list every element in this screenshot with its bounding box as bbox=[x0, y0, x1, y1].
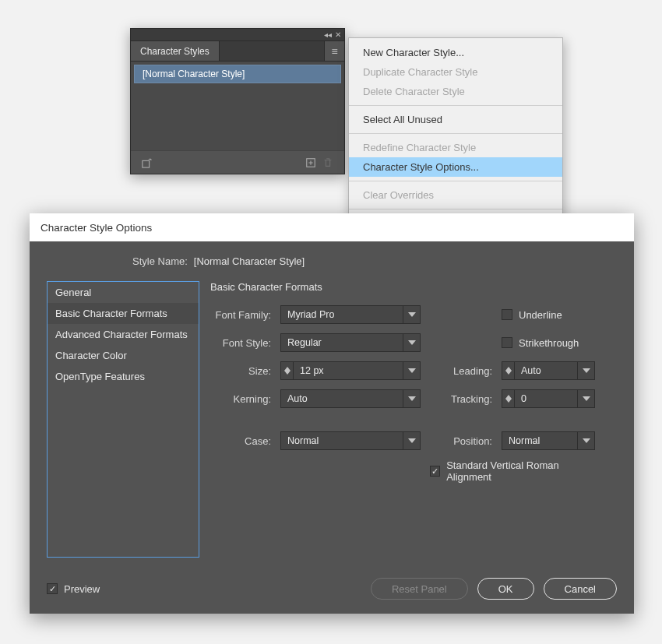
menu-separator bbox=[349, 105, 562, 106]
kerning-select[interactable]: Auto bbox=[280, 389, 421, 408]
close-icon[interactable]: ✕ bbox=[335, 30, 341, 39]
style-name-value: [Normal Character Style] bbox=[194, 255, 305, 267]
category-basic-character-formats[interactable]: Basic Character Formats bbox=[48, 303, 199, 324]
menu-new-character-style[interactable]: New Character Style... bbox=[349, 43, 562, 62]
font-style-label: Font Style: bbox=[210, 337, 271, 349]
checkbox-box bbox=[430, 466, 440, 477]
stepper-icon[interactable] bbox=[502, 390, 515, 407]
menu-separator bbox=[349, 209, 562, 209]
style-name-label: Style Name: bbox=[132, 255, 188, 267]
form-pane: Basic Character Formats Font Family: Myr… bbox=[210, 281, 617, 558]
strikethrough-checkbox[interactable]: Strikethrough bbox=[502, 337, 595, 349]
chevron-down-icon bbox=[403, 390, 420, 407]
panel-tabs: Character Styles ≡ bbox=[131, 41, 344, 62]
style-list-item[interactable]: [Normal Character Style] bbox=[134, 65, 341, 83]
position-select[interactable]: Normal bbox=[502, 431, 595, 450]
preview-label: Preview bbox=[64, 583, 100, 595]
font-family-label: Font Family: bbox=[210, 309, 271, 321]
chevron-down-icon bbox=[577, 390, 594, 407]
stepper-icon[interactable] bbox=[502, 362, 515, 379]
category-opentype-features[interactable]: OpenType Features bbox=[48, 366, 199, 387]
category-general[interactable]: General bbox=[48, 282, 199, 303]
chevron-down-icon bbox=[403, 334, 420, 351]
style-name-row: Style Name: [Normal Character Style] bbox=[47, 255, 617, 267]
leading-select[interactable]: Auto bbox=[502, 361, 595, 380]
menu-clear-overrides: Clear Overrides bbox=[349, 185, 562, 205]
chevron-down-icon bbox=[403, 432, 420, 449]
style-list: [Normal Character Style] bbox=[131, 62, 344, 150]
leading-label: Leading: bbox=[430, 365, 492, 377]
panel-footer bbox=[131, 150, 344, 174]
underline-checkbox[interactable]: Underline bbox=[502, 309, 595, 321]
menu-delete-character-style: Delete Character Style bbox=[349, 82, 562, 101]
new-style-from-selection-icon[interactable] bbox=[139, 154, 156, 171]
category-character-color[interactable]: Character Color bbox=[48, 345, 199, 366]
case-value: Normal bbox=[281, 435, 403, 446]
tracking-value: 0 bbox=[515, 393, 577, 404]
checkbox-box bbox=[502, 309, 512, 320]
font-family-value: Myriad Pro bbox=[281, 309, 403, 320]
chevron-down-icon bbox=[403, 306, 420, 323]
position-value: Normal bbox=[502, 435, 577, 446]
tracking-select[interactable]: 0 bbox=[502, 389, 595, 408]
stepper-icon[interactable] bbox=[281, 362, 294, 379]
chevron-down-icon bbox=[577, 362, 594, 379]
checkbox-box bbox=[47, 583, 58, 594]
menu-select-all-unused[interactable]: Select All Unused bbox=[349, 110, 562, 129]
menu-character-style-options[interactable]: Character Style Options... bbox=[349, 157, 562, 177]
kerning-label: Kerning: bbox=[210, 393, 271, 405]
character-style-options-dialog: Character Style Options Style Name: [Nor… bbox=[30, 213, 634, 614]
chevron-down-icon bbox=[577, 432, 594, 449]
font-style-value: Regular bbox=[281, 337, 403, 348]
dialog-title: Character Style Options bbox=[30, 213, 634, 241]
std-vertical-alignment-checkbox[interactable]: Standard Vertical Roman Alignment bbox=[430, 459, 595, 483]
tab-character-styles[interactable]: Character Styles bbox=[131, 41, 220, 61]
kerning-value: Auto bbox=[281, 393, 403, 404]
section-heading: Basic Character Formats bbox=[210, 281, 617, 293]
chevron-down-icon bbox=[403, 362, 420, 379]
case-label: Case: bbox=[210, 435, 271, 447]
cancel-button[interactable]: Cancel bbox=[544, 578, 617, 600]
reset-panel-button: Reset Panel bbox=[371, 578, 468, 600]
menu-redefine-character-style: Redefine Character Style bbox=[349, 138, 562, 157]
menu-duplicate-character-style: Duplicate Character Style bbox=[349, 62, 562, 82]
strikethrough-label: Strikethrough bbox=[519, 337, 579, 349]
new-style-icon[interactable] bbox=[302, 154, 319, 171]
size-label: Size: bbox=[210, 365, 271, 377]
font-family-select[interactable]: Myriad Pro bbox=[280, 305, 421, 324]
dialog-footer: Preview Reset Panel OK Cancel bbox=[47, 558, 617, 600]
tracking-label: Tracking: bbox=[430, 393, 492, 405]
leading-value: Auto bbox=[515, 365, 577, 376]
position-label: Position: bbox=[430, 435, 492, 447]
std-vertical-alignment-label: Standard Vertical Roman Alignment bbox=[446, 459, 595, 483]
menu-separator bbox=[349, 181, 562, 181]
size-value: 12 px bbox=[294, 365, 403, 376]
flyout-menu-button[interactable]: ≡ bbox=[324, 41, 344, 61]
size-select[interactable]: 12 px bbox=[280, 361, 421, 380]
font-style-select[interactable]: Regular bbox=[280, 333, 421, 352]
menu-separator bbox=[349, 133, 562, 134]
collapse-icon[interactable]: ◂◂ bbox=[324, 30, 332, 39]
case-select[interactable]: Normal bbox=[280, 431, 421, 450]
underline-label: Underline bbox=[519, 309, 562, 321]
checkbox-box bbox=[502, 337, 512, 348]
category-advanced-character-formats[interactable]: Advanced Character Formats bbox=[48, 324, 199, 345]
category-list: General Basic Character Formats Advanced… bbox=[47, 281, 199, 558]
ok-button[interactable]: OK bbox=[477, 578, 534, 600]
trash-icon bbox=[319, 154, 336, 171]
character-styles-panel: ◂◂ ✕ Character Styles ≡ [Normal Characte… bbox=[130, 28, 345, 174]
svg-rect-0 bbox=[143, 160, 150, 167]
panel-titlebar: ◂◂ ✕ bbox=[131, 29, 344, 41]
preview-checkbox[interactable]: Preview bbox=[47, 583, 100, 595]
